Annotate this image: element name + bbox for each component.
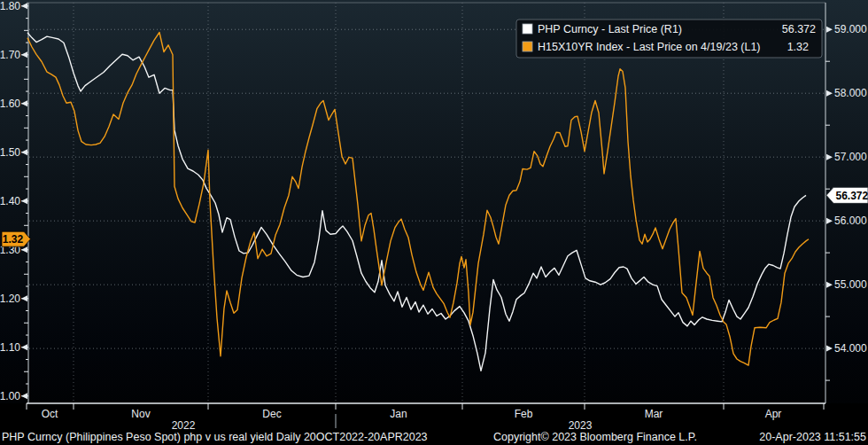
left-axis-label: 1.20 bbox=[0, 293, 20, 305]
left-axis-label: 1.70 bbox=[0, 49, 20, 61]
right-axis-last-badge: 56.372 bbox=[826, 187, 868, 203]
chart-title-text: PHP Curncy (Philippines Peso Spot) php v… bbox=[2, 431, 428, 443]
left-axis-label: 1.80 bbox=[0, 0, 20, 12]
left-axis-label: 1.50 bbox=[0, 146, 20, 159]
right-axis-label: 59.000 bbox=[834, 23, 867, 35]
right-badge-value: 56.372 bbox=[836, 190, 868, 202]
year-label-2023: 2023 bbox=[569, 419, 593, 432]
month-label-jan: Jan bbox=[390, 408, 407, 420]
yield-series-swatch bbox=[523, 42, 532, 51]
month-label-apr: Apr bbox=[765, 408, 782, 420]
month-label-dec: Dec bbox=[262, 408, 281, 420]
month-label-oct: Oct bbox=[42, 408, 58, 420]
left-badge-value: 1.32 bbox=[3, 233, 24, 246]
legend: PHP Curncy - Last Price (R1) 56.372 H15X… bbox=[516, 20, 822, 58]
right-axis-label: 55.000 bbox=[834, 278, 867, 291]
right-axis-label: 54.000 bbox=[834, 342, 867, 355]
php-series-swatch bbox=[523, 24, 532, 34]
right-axis-label: 58.000 bbox=[834, 87, 867, 99]
bloomberg-chart-window: 1.001.101.201.301.401.501.601.701.80 54.… bbox=[0, 0, 868, 445]
chart-plot-area[interactable] bbox=[29, 3, 825, 403]
left-axis-label: 1.60 bbox=[0, 98, 20, 110]
right-axis-label: 56.000 bbox=[834, 215, 867, 227]
legend-value-yield: 1.32 bbox=[787, 41, 809, 53]
timestamp-text: 20-Apr-2023 11:51:55 bbox=[759, 431, 866, 443]
left-axis-label: 1.40 bbox=[0, 195, 20, 207]
month-label-feb: Feb bbox=[515, 408, 533, 420]
copyright-text: Copyright© 2023 Bloomberg Finance L.P. bbox=[493, 431, 697, 443]
month-label-nov: Nov bbox=[131, 408, 150, 420]
left-axis-label: 1.00 bbox=[0, 390, 20, 402]
legend-label-yield: H15X10YR Index - Last Price on 4/19/23 (… bbox=[538, 41, 761, 53]
legend-value-php: 56.372 bbox=[782, 23, 816, 35]
year-label-2022: 2022 bbox=[172, 419, 196, 432]
price-chart: 1.001.101.201.301.401.501.601.701.80 54.… bbox=[0, 0, 868, 445]
left-axis-last-badge: 1.32 bbox=[2, 231, 31, 246]
left-axis-label: 1.10 bbox=[0, 341, 20, 354]
right-axis-label: 57.000 bbox=[834, 151, 867, 163]
legend-label-php: PHP Curncy - Last Price (R1) bbox=[538, 23, 682, 35]
month-label-mar: Mar bbox=[645, 408, 663, 420]
